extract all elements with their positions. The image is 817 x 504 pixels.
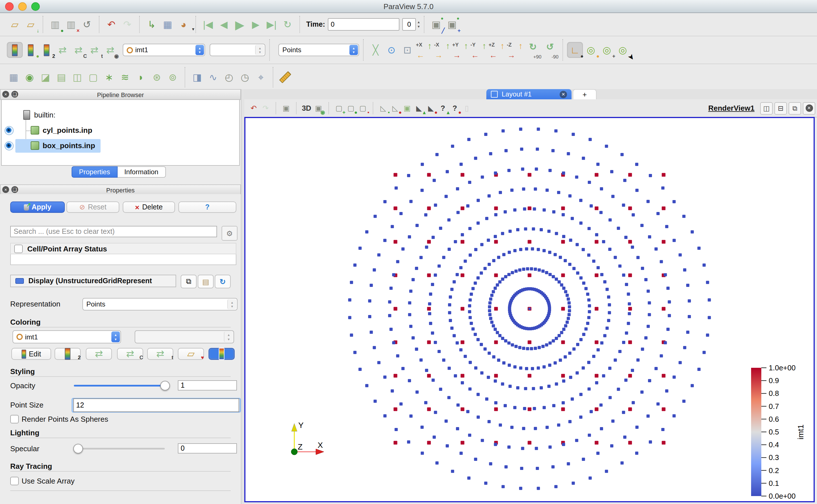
vcr-play-icon[interactable]: ▶	[232, 16, 248, 32]
collapse-section-icon[interactable]	[15, 278, 24, 284]
find-data-icon[interactable]: ▦	[160, 16, 175, 32]
rescale-to-custom-range-button[interactable]: ⇄	[86, 348, 112, 360]
copy-display-properties-icon[interactable]: ⧉	[181, 275, 196, 288]
representation-combobox[interactable]: Points▴▾	[278, 44, 359, 56]
add-layout-tab[interactable]: +	[573, 89, 596, 99]
toggle-interaction-mode-icon[interactable]: 3D	[301, 102, 313, 114]
toggle-orientation-axes-icon[interactable]: ∟●	[567, 42, 583, 58]
undo-icon[interactable]: ↶	[103, 16, 119, 32]
interactive-select-points-icon[interactable]: ◣●	[425, 102, 437, 114]
select-points-polygon-icon[interactable]: ◺●	[389, 102, 401, 114]
rescale-over-time-button[interactable]: ⇄t	[147, 348, 173, 360]
rotate-90-cw-icon[interactable]: ↻+90	[524, 41, 541, 58]
color-by-array-combobox[interactable]: imt1▴▾	[123, 44, 205, 56]
select-frustum-cells-icon[interactable]: ▢▪	[357, 102, 369, 114]
block-combobox[interactable]: ▴▾	[210, 44, 265, 56]
time-value-field[interactable]	[328, 18, 399, 31]
paste-display-properties-icon[interactable]: ▤	[198, 275, 214, 288]
undock-panel-icon[interactable]: ❑	[11, 91, 18, 98]
group-datasets-icon[interactable]: ⊛	[149, 69, 165, 85]
opacity-field[interactable]	[178, 380, 237, 390]
opacity-slider-knob[interactable]	[160, 381, 170, 390]
close-panel-icon[interactable]: ×	[2, 186, 9, 193]
hover-cells-icon[interactable]: ?▴	[437, 102, 449, 114]
visibility-eye-icon[interactable]	[5, 141, 14, 150]
representation-combobox[interactable]: Points ▴▾	[82, 298, 238, 310]
opacity-slider[interactable]	[74, 381, 165, 390]
select-cells-on-icon[interactable]: ▢+	[333, 102, 345, 114]
close-window-button[interactable]	[5, 2, 14, 11]
pipeline-tree[interactable]: builtin:cyl_points.inpbox_points.inp	[1, 99, 240, 166]
threshold-icon[interactable]: ◫	[69, 69, 85, 85]
specular-field[interactable]	[178, 443, 237, 453]
close-panel-icon[interactable]: ×	[2, 91, 9, 98]
display-section-header[interactable]: Display (UnstructuredGridRepresent	[10, 275, 176, 287]
rescale-to-temporal-range-icon[interactable]: ⇄C	[70, 42, 86, 58]
close-view-button[interactable]: ✕	[803, 102, 815, 114]
extract-subset-icon[interactable]: ▢	[85, 69, 101, 85]
warp-by-vector-icon[interactable]: ◗	[133, 69, 149, 85]
search-options-gear-icon[interactable]: ⚙	[222, 226, 238, 241]
redo-icon[interactable]: ↷	[119, 16, 135, 32]
visibility-eye-icon[interactable]	[5, 126, 14, 135]
rescale-to-custom-range-icon[interactable]: ⇄	[54, 42, 70, 58]
render-viewport[interactable]: 1.0e+000.90.80.70.60.50.40.30.20.10.0e+0…	[244, 117, 815, 502]
pipeline-item-box-points-inp[interactable]: box_points.inp	[2, 138, 239, 153]
specular-slider[interactable]	[74, 444, 165, 453]
reset-session-icon[interactable]: ↺	[79, 16, 95, 32]
glyph-icon[interactable]: ∗	[101, 69, 117, 85]
zoom-to-box-icon[interactable]: ⊡	[399, 42, 415, 58]
split-vertical-button[interactable]: ⊟	[774, 102, 787, 114]
auto-apply-icon[interactable]: ↳	[144, 16, 160, 32]
vcr-first-frame-icon[interactable]: |◀	[200, 16, 216, 32]
component-combobox[interactable]: ▴▾	[135, 330, 234, 343]
camera-redo-icon[interactable]: ↷	[260, 102, 272, 114]
camera-wrench-icon[interactable]: ▣╱●	[428, 16, 444, 32]
help-button[interactable]: ?	[178, 201, 236, 213]
select-block-icon[interactable]: ▣	[401, 102, 413, 114]
plot-over-line-icon[interactable]: ∿	[205, 69, 221, 85]
pick-center-of-rotation-icon[interactable]: ◎+	[599, 42, 615, 58]
connect-server-icon[interactable]: ▥●	[47, 16, 63, 32]
save-data-icon[interactable]: ▱↓	[23, 16, 39, 32]
disconnect-server-icon[interactable]: ▥×	[63, 16, 79, 32]
split-horizontal-button[interactable]: ◫	[760, 102, 773, 114]
camera-add-icon[interactable]: ▣+●	[444, 16, 460, 32]
choose-preset-button[interactable]: ▱♥	[178, 348, 204, 360]
camera-plus-x-button[interactable]: +X↑←	[415, 41, 433, 58]
extract-selection-icon[interactable]: ◨	[189, 69, 205, 85]
calculator-icon[interactable]: ▦	[6, 69, 22, 85]
stream-tracer-icon[interactable]: ≋	[117, 69, 133, 85]
zoom-window-button[interactable]	[31, 2, 40, 11]
apply-button[interactable]: Apply	[10, 201, 65, 213]
delete-button[interactable]: × Delete	[123, 201, 175, 213]
tab-properties[interactable]: Properties	[72, 166, 117, 178]
select-cells-polygon-icon[interactable]: ◺▪	[377, 102, 389, 114]
array-status-list[interactable]	[10, 254, 236, 265]
point-size-field[interactable]	[73, 398, 239, 412]
vcr-loop-icon[interactable]: ↻	[280, 16, 296, 32]
clip-icon[interactable]: ◪	[37, 69, 53, 85]
color-palette-icon[interactable]: ◕▾	[175, 16, 191, 32]
reset-button[interactable]: ⊘ Reset	[66, 201, 119, 213]
reset-camera-icon[interactable]: ╳	[368, 42, 384, 58]
show-center-of-rotation-icon[interactable]: ◎●	[583, 42, 599, 58]
rescale-over-time-icon[interactable]: ⇄t	[86, 42, 102, 58]
use-scale-array-checkbox[interactable]	[10, 477, 19, 485]
rescale-to-data-range-icon[interactable]: 2	[39, 42, 54, 58]
rescale-to-visible-range-icon[interactable]: ⇄◉	[102, 42, 118, 58]
measure-icon[interactable]	[277, 69, 293, 85]
array-status-checkbox[interactable]	[14, 244, 23, 253]
probe-location-icon[interactable]: ⌖	[253, 69, 269, 85]
select-points-on-icon[interactable]: ▢●	[345, 102, 357, 114]
reload-display-properties-icon[interactable]: ↻	[215, 275, 231, 288]
color-array-combobox[interactable]: imt1 ▴▾	[12, 330, 121, 343]
plot-selection-over-time-icon[interactable]: ◷	[237, 69, 253, 85]
layout-tab[interactable]: Layout #1 ✕	[486, 89, 571, 99]
camera-plus-z-button[interactable]: +Z↑←	[488, 41, 506, 58]
search-input[interactable]	[10, 226, 217, 237]
adjust-camera-icon[interactable]: ▣◉	[313, 102, 324, 114]
tab-information[interactable]: Information	[117, 166, 165, 178]
pipeline-item-cyl-points-inp[interactable]: cyl_points.inp	[2, 123, 239, 137]
reset-center-of-rotation-icon[interactable]: ◎➤	[615, 42, 631, 58]
